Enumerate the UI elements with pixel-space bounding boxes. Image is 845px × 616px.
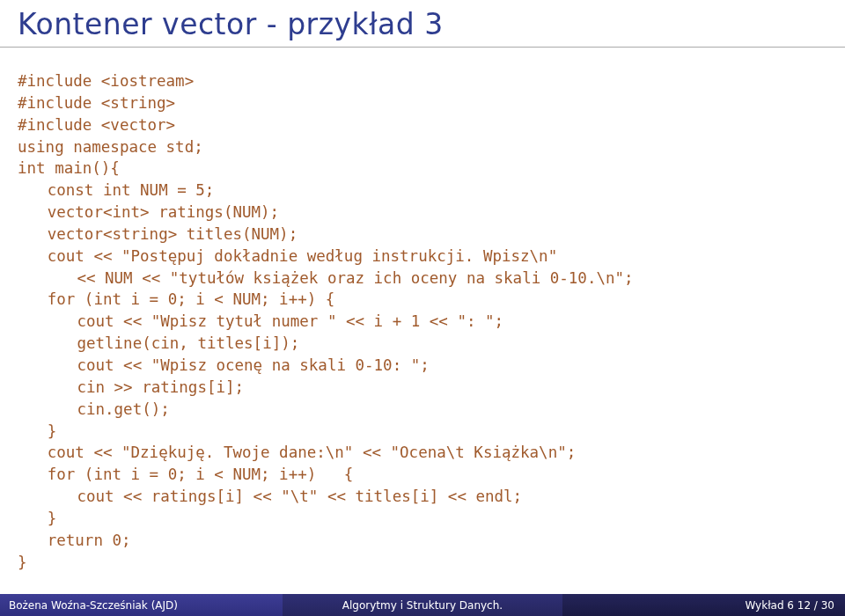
slide-title: Kontener vector - przykład 3 bbox=[0, 0, 845, 48]
code-line: vector<int> ratings(NUM); bbox=[18, 202, 279, 224]
code-line: using namespace std; bbox=[18, 138, 203, 156]
code-line: for (int i = 0; i < NUM; i++) { bbox=[18, 464, 353, 486]
code-line: } bbox=[18, 508, 56, 530]
footer-course: Algorytmy i Struktury Danych. bbox=[283, 594, 563, 616]
code-line: #include <string> bbox=[18, 94, 175, 112]
code-line: return 0; bbox=[18, 530, 131, 552]
code-line: } bbox=[18, 421, 56, 443]
code-line: } bbox=[18, 554, 27, 571]
code-line: vector<string> titles(NUM); bbox=[18, 224, 298, 246]
code-block: #include <iostream> #include <string> #i… bbox=[0, 48, 845, 582]
footer-author: Bożena Woźna-Szcześniak (AJD) bbox=[0, 594, 283, 616]
code-line: << NUM << "tytułów książek oraz ich ocen… bbox=[18, 268, 634, 290]
code-line: cin >> ratings[i]; bbox=[18, 377, 244, 399]
footer-page: Wykład 6 12 / 30 bbox=[562, 594, 845, 616]
code-line: getline(cin, titles[i]); bbox=[18, 333, 299, 355]
code-line: const int NUM = 5; bbox=[18, 180, 214, 202]
code-line: cout << "Wpisz ocenę na skali 0-10: "; bbox=[18, 355, 430, 377]
footer: Bożena Woźna-Szcześniak (AJD) Algorytmy … bbox=[0, 594, 845, 616]
code-line: #include <vector> bbox=[18, 116, 175, 134]
code-line: int main(){ bbox=[18, 159, 120, 177]
code-line: #include <iostream> bbox=[18, 72, 194, 90]
code-line: cout << "Postępuj dokładnie według instr… bbox=[18, 246, 557, 268]
code-line: cin.get(); bbox=[18, 399, 170, 421]
code-line: cout << "Dziękuję. Twoje dane:\n" << "Oc… bbox=[18, 442, 576, 464]
slide: Kontener vector - przykład 3 #include <i… bbox=[0, 0, 845, 616]
code-line: cout << "Wpisz tytuł numer " << i + 1 <<… bbox=[18, 311, 503, 333]
code-line: for (int i = 0; i < NUM; i++) { bbox=[18, 289, 334, 311]
code-line: cout << ratings[i] << "\t" << titles[i] … bbox=[18, 486, 522, 508]
